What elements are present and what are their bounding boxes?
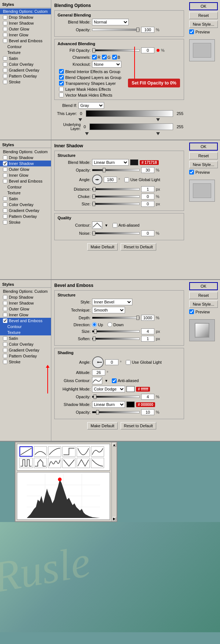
sidebar-item-inner-glow[interactable]: Inner Glow (0, 32, 51, 38)
reset-button-p2[interactable]: Reset (189, 152, 218, 159)
blend-mode-select[interactable]: Normal (92, 19, 129, 25)
highlight-opacity-input[interactable] (141, 394, 154, 400)
underlying-right-handle[interactable] (156, 132, 160, 135)
check-inner-shadow[interactable] (3, 21, 7, 25)
check3-stroke[interactable] (3, 360, 7, 364)
this-layer-right-handle[interactable] (156, 118, 160, 121)
sidebar-item2-satin[interactable]: Satin (0, 196, 51, 202)
choke-slider-p2[interactable] (92, 195, 140, 198)
this-layer-left-handle[interactable] (78, 118, 82, 121)
contour-option-4[interactable] (62, 446, 76, 457)
soften-slider-p3[interactable] (92, 338, 140, 340)
reset-button-p3[interactable]: Reset (189, 292, 218, 299)
noise-thumb-p2[interactable] (92, 231, 95, 235)
global-light-check-p2[interactable] (124, 177, 129, 182)
contour-option-11[interactable] (77, 458, 90, 468)
reset-to-default-btn-p2[interactable]: Reset to Default (121, 243, 156, 251)
sidebar-item3-drop-shadow[interactable]: Drop Shadow (0, 294, 51, 300)
preview-check-p1[interactable] (189, 29, 194, 34)
sidebar-item3-contour[interactable]: Contour (0, 324, 51, 330)
underlying-layer-slider[interactable] (89, 123, 173, 130)
dir-up-label[interactable]: Up (92, 322, 103, 327)
sidebar-item-gradient-overlay[interactable]: Gradient Overlay (0, 67, 51, 73)
sidebar-item3-gradient-overlay[interactable]: Gradient Overlay (0, 347, 51, 353)
opacity-thumb[interactable] (136, 28, 139, 32)
depth-thumb-p3[interactable] (136, 316, 139, 320)
size-input-p2[interactable] (141, 201, 154, 207)
soften-thumb-p3[interactable] (93, 337, 96, 341)
highlight-opacity-slider[interactable] (92, 396, 140, 398)
check3-bevel-emboss[interactable] (3, 319, 7, 323)
check-color-overlay[interactable] (3, 62, 7, 66)
noise-input-p2[interactable] (141, 230, 154, 236)
opacity-slider[interactable] (92, 29, 140, 31)
knockout-select[interactable]: None (92, 61, 121, 68)
sidebar-item3-pattern-overlay[interactable]: Pattern Overlay (0, 353, 51, 359)
depth-slider-p3[interactable] (92, 317, 140, 319)
gloss-anti-aliased-check[interactable] (112, 378, 117, 383)
check-vector-mask[interactable] (59, 93, 64, 97)
check2-satin[interactable] (3, 197, 7, 201)
check3-inner-glow[interactable] (3, 313, 7, 317)
channel-r[interactable]: R (92, 55, 100, 60)
fill-opacity-slider[interactable] (92, 49, 140, 51)
contour-option-7[interactable] (19, 458, 33, 468)
contour-scrollbar[interactable]: ▲ ▶ (111, 442, 117, 521)
check-transparency-shapes[interactable] (59, 81, 64, 86)
sidebar-item2-blending[interactable]: Blending Options: Custom (0, 149, 51, 155)
check2-inner-shadow[interactable] (3, 161, 7, 166)
opacity-thumb-p2[interactable] (103, 168, 106, 172)
check-bevel-emboss[interactable] (3, 39, 7, 43)
soften-input-p3[interactable] (141, 336, 154, 342)
reset-button-p1[interactable]: Reset (189, 12, 218, 19)
fill-opacity-thumb[interactable] (92, 48, 95, 53)
size-thumb-p2[interactable] (92, 202, 95, 206)
check2-gradient-overlay[interactable] (3, 208, 7, 213)
shadow-color-box-p3[interactable] (126, 402, 135, 407)
distance-thumb-p2[interactable] (93, 187, 96, 191)
sidebar-item-texture[interactable]: Texture (0, 50, 51, 55)
check2-stroke[interactable] (3, 220, 7, 224)
contour-option-6[interactable] (91, 446, 104, 457)
sidebar-item3-satin[interactable]: Satin (0, 335, 51, 341)
check-g[interactable] (102, 55, 107, 60)
make-default-btn-p2[interactable]: Make Default (87, 243, 118, 251)
sidebar-item-blending-options[interactable]: Blending Options: Custom (0, 8, 51, 14)
check2-outer-glow[interactable] (3, 167, 7, 172)
angle-circle-p2[interactable] (92, 175, 102, 185)
scroll-up-btn[interactable]: ▲ (113, 443, 116, 447)
sidebar-item2-inner-shadow[interactable]: Inner Shadow (0, 161, 51, 166)
check-stroke[interactable] (3, 80, 7, 84)
size-slider-p3[interactable] (92, 330, 140, 332)
check3-color-overlay[interactable] (3, 342, 7, 346)
altitude-input[interactable] (92, 370, 105, 375)
sidebar-item2-stroke[interactable]: Stroke (0, 219, 51, 225)
shadow-color-box-p2[interactable] (130, 159, 138, 165)
shading-global-light-label[interactable]: Use Global Light (126, 360, 161, 365)
shading-angle-circle[interactable] (92, 356, 104, 368)
sidebar-item2-bevel-emboss[interactable]: Bevel and Emboss (0, 178, 51, 184)
new-style-button-p2[interactable]: New Style... (189, 161, 218, 168)
sidebar-item-contour[interactable]: Contour (0, 44, 51, 50)
depth-input-p3[interactable] (141, 315, 154, 321)
opacity-slider-p2[interactable] (92, 169, 140, 171)
dir-down-label[interactable]: Down (107, 322, 124, 327)
contour-option-12[interactable] (91, 458, 104, 468)
check3-satin[interactable] (3, 336, 7, 341)
check3-outer-glow[interactable] (3, 307, 7, 311)
contour-option-5[interactable] (77, 446, 90, 457)
global-light-label-p2[interactable]: Use Global Light (124, 177, 160, 182)
technique-select-p3[interactable]: Smooth (92, 307, 125, 313)
check2-pattern-overlay[interactable] (3, 214, 7, 219)
style-select-p3[interactable]: Inner Bevel (92, 299, 132, 305)
dir-down-radio[interactable] (107, 322, 112, 327)
distance-input-p2[interactable] (141, 186, 154, 192)
contour-option-8[interactable] (34, 458, 47, 468)
choke-thumb-p2[interactable] (92, 194, 95, 199)
this-layer-slider[interactable] (86, 110, 173, 117)
preview-check-p2[interactable] (189, 170, 194, 175)
blend-mode-select-p2[interactable]: Linear Burn (92, 159, 129, 166)
check2-drop-shadow[interactable] (3, 155, 7, 160)
sidebar-item-satin[interactable]: Satin (0, 55, 51, 61)
gloss-contour-thumb[interactable] (92, 377, 102, 384)
